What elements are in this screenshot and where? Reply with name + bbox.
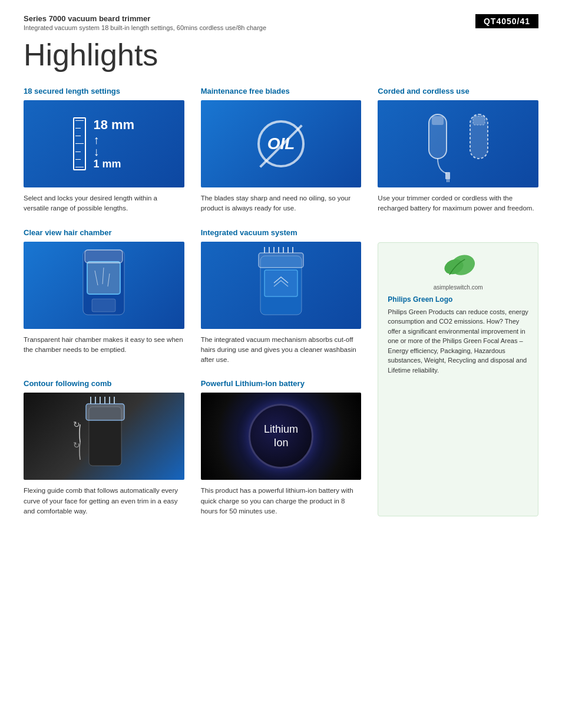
vacuum-svg: [228, 244, 334, 327]
feature-hair-chamber: Clear view hair chamber Transparent hair…: [24, 228, 184, 365]
feature-length-settings-title: 18 secured length settings: [24, 87, 184, 95]
page-title: Highlights: [24, 37, 538, 73]
feature-corded: Corded and cordless use Use your trimmer…: [378, 87, 538, 214]
corded-svg: [411, 106, 505, 182]
feature-length-settings-image: 18 mm ↑↓ 1 mm: [24, 100, 184, 187]
lithium-line2: Ion: [273, 437, 288, 449]
highlights-grid: 18 secured length settings 18 mm ↑↓ 1 mm: [24, 87, 538, 531]
feature-hair-chamber-image: [24, 242, 184, 329]
product-title: Series 7000 vacuum beard trimmer: [24, 14, 266, 23]
model-badge: QT4050/41: [475, 14, 538, 28]
feature-corded-title: Corded and cordless use: [378, 87, 538, 95]
mm-bottom-label: 1 mm: [93, 158, 134, 170]
green-logo-desc: Philips Green Products can reduce costs,…: [388, 307, 528, 375]
mm-arrow-up: ↑↓: [93, 134, 134, 157]
svg-rect-23: [265, 270, 297, 297]
oil-label: OIL: [267, 134, 295, 153]
feature-vacuum: Integrated vacuum system: [201, 228, 362, 365]
svg-rect-1: [432, 116, 444, 125]
lithium-circle: Lithium Ion: [249, 404, 313, 469]
svg-text:↻: ↻: [73, 420, 80, 429]
svg-rect-2: [445, 172, 450, 179]
feature-corded-desc: Use your trimmer corded or cordless with…: [378, 193, 538, 214]
feature-vacuum-desc: The integrated vacuum mechanism absorbs …: [201, 335, 362, 365]
mm-labels: 18 mm ↑↓ 1 mm: [93, 117, 134, 170]
lithium-label: Lithium Ion: [264, 423, 298, 450]
svg-rect-8: [87, 262, 120, 294]
svg-rect-9: [85, 250, 123, 263]
green-website: asimpleswitch.com: [388, 284, 528, 291]
feature-length-settings-desc: Select and locks your desired length wit…: [24, 193, 184, 214]
feature-green: asimpleswitch.com Philips Green Logo Phi…: [378, 242, 538, 517]
feature-maintenance-title: Maintenance free blades: [201, 87, 362, 95]
feature-corded-image: [378, 100, 538, 187]
feature-lithium-title: Powerful Lithium-Ion battery: [201, 379, 362, 388]
contour-svg: ↻ ↻: [51, 395, 157, 477]
feature-contour-image: ↻ ↻: [24, 393, 184, 480]
feature-maintenance-image: OIL: [201, 100, 362, 187]
svg-rect-15: [259, 253, 303, 268]
product-subtitle: Integrated vacuum system 18 built-in len…: [24, 24, 266, 31]
feature-hair-chamber-desc: Transparent hair chamber makes it easy t…: [24, 335, 184, 355]
feature-hair-chamber-title: Clear view hair chamber: [24, 228, 184, 237]
feature-lithium-image: Lithium Ion: [201, 393, 362, 480]
feature-contour-desc: Flexing guide comb that follows automati…: [24, 486, 184, 516]
mm-top-label: 18 mm: [93, 117, 134, 133]
svg-rect-27: [86, 404, 124, 420]
feature-lithium: Powerful Lithium-Ion battery Lithium Ion…: [201, 379, 362, 516]
svg-rect-6: [473, 116, 485, 125]
feature-vacuum-image: [201, 242, 362, 329]
feature-maintenance-desc: The blades stay sharp and need no oiling…: [201, 193, 362, 214]
feature-maintenance: Maintenance free blades OIL The blades s…: [201, 87, 362, 214]
feature-contour: Contour following comb ↻ ↻: [24, 379, 184, 516]
svg-text:↻: ↻: [73, 440, 80, 450]
no-oil-icon: OIL: [257, 120, 305, 167]
feature-contour-title: Contour following comb: [24, 379, 184, 388]
green-leaf-icon: [441, 252, 476, 282]
green-logo-title: Philips Green Logo: [388, 295, 528, 304]
feature-length-settings: 18 secured length settings 18 mm ↑↓ 1 mm: [24, 87, 184, 214]
svg-rect-13: [92, 299, 115, 312]
feature-lithium-desc: This product has a powerful lithium-ion …: [201, 486, 362, 516]
page-header: Series 7000 vacuum beard trimmer Integra…: [24, 14, 538, 31]
feature-vacuum-title: Integrated vacuum system: [201, 228, 362, 237]
hair-chamber-svg: [51, 244, 157, 327]
lithium-line1: Lithium: [264, 423, 298, 435]
ruler-graphic: [73, 117, 86, 170]
